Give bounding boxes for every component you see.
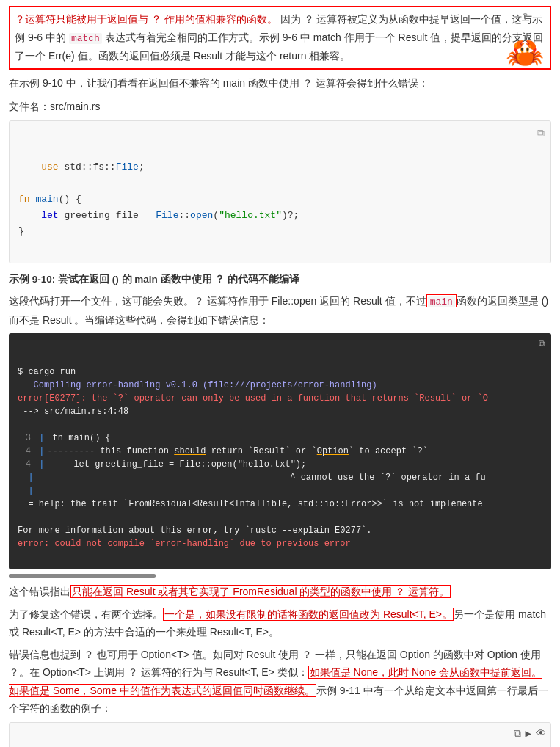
term-line-6: 3 | fn main() { — [18, 433, 111, 443]
scroll-indicator — [9, 574, 156, 578]
code-action-icons: ⧉ ▶ 👁 — [514, 726, 546, 743]
term-line-4: --> src/main.rs:4:48 — [18, 407, 128, 417]
term-line-10: | — [18, 486, 37, 496]
term-line-3: error[E0277]: the `?` operator can only … — [18, 393, 488, 404]
copy-icon-terminal[interactable]: ⧉ — [539, 338, 545, 351]
fifth-paragraph: 为了修复这个错误，有两个选择。一个是，如果没有限制的话将函数的返回值改为 Res… — [9, 605, 551, 641]
fourth-paragraph: 这个错误指出只能在返回 Result 或者其它实现了 FromResidual … — [9, 583, 551, 601]
code-block-1: ⧉ use std::fs::File; fn main() { let gre… — [9, 120, 551, 263]
first-para-text1: ？运算符只能被用于返回值与 ？ 作用的值相兼容的函数。 — [15, 13, 277, 25]
eye-icon[interactable]: 👁 — [536, 726, 546, 743]
filename-label: 文件名：src/main.rs — [9, 98, 551, 116]
play-icon[interactable]: ▶ — [526, 726, 531, 743]
term-line-1: $ cargo run — [18, 367, 76, 377]
term-line-11: = help: the trait `FromResidual<Result<I… — [18, 499, 483, 509]
copy-icon-2[interactable]: ⧉ — [514, 726, 521, 743]
second-paragraph: 在示例 9-10 中，让我们看看在返回值不兼容的 main 函数中使用 ？ 运算… — [9, 74, 551, 92]
fn-keyword: fn — [18, 194, 30, 205]
match-code: match — [69, 33, 102, 44]
terminal-block-1: ⧉ $ cargo run Compiling error-handling v… — [9, 333, 551, 569]
question-mark: ？ — [520, 9, 530, 26]
main-highlight: main — [426, 294, 457, 307]
sixth-paragraph: 错误信息也提到 ？ 也可用于 Option<T> 值。如同对 Result 使用… — [9, 646, 551, 718]
first-paragraph-section: ？运算符只能被用于返回值与 ？ 作用的值相兼容的函数。 因为 ？ 运算符被定义为… — [9, 6, 551, 70]
term-line-2: Compiling error-handling v0.1.0 (file://… — [18, 380, 377, 390]
example-title-1: 示例 9-10: 尝试在返回 () 的 main 函数中使用 ？ 的代码不能编译 — [9, 271, 551, 288]
third-paragraph: 这段代码打开一个文件，这可能会失败。？ 运算符作用于 File::open 返回… — [9, 292, 551, 329]
code-std-fs: std::fs:: — [64, 161, 115, 172]
para5-highlight1: 一个是，如果没有限制的话将函数的返回值改为 Result<T, E>。 — [163, 608, 454, 621]
term-line-13: For more information about this error, t… — [18, 525, 371, 536]
copy-icon-1[interactable]: ⧉ — [537, 125, 545, 143]
main-container: ？运算符只能被用于返回值与 ？ 作用的值相兼容的函数。 因为 ？ 运算符被定义为… — [0, 0, 560, 747]
use-keyword: use — [41, 161, 58, 172]
term-line-9: | ^ cannot use the `?` operator in a fu — [18, 473, 486, 483]
code-block-2: ⧉ ▶ 👁 fn last_char_of_first_line(text: &… — [9, 722, 551, 747]
crab-decoration: ？ 🦀 — [506, 9, 544, 79]
term-line-8: 4 | let greeting_file = File::open("hell… — [18, 459, 306, 470]
term-line-14: error: could not compile `error-handling… — [18, 539, 351, 549]
crab-emoji: 🦀 — [506, 26, 544, 80]
term-line-7: 4 |--------- this function should return… — [18, 446, 428, 456]
para4-highlight: 只能在返回 Result 或者其它实现了 FromResidual 的类型的函数… — [70, 585, 451, 598]
